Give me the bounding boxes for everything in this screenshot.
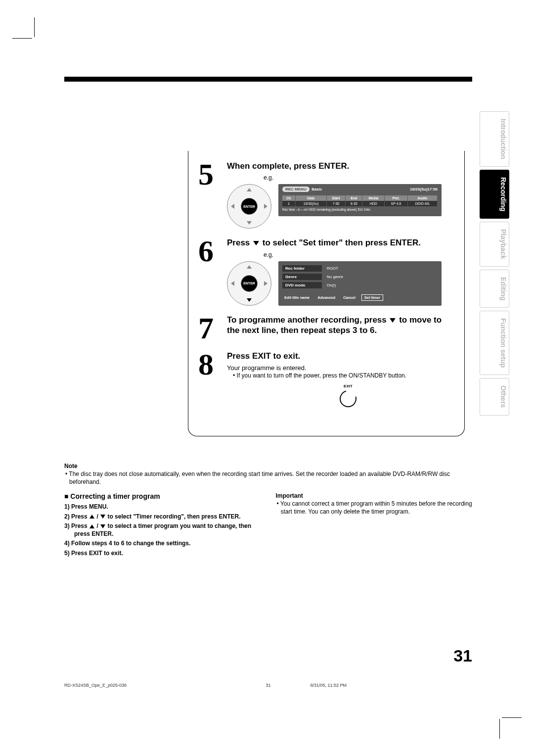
up-arrow-icon bbox=[89, 524, 94, 528]
correcting-step-3: 3) Press / to select a timer program you… bbox=[64, 522, 261, 538]
eg-label: e.g. bbox=[264, 174, 454, 181]
page-number: 31 bbox=[453, 646, 472, 665]
step-number: 7 bbox=[198, 315, 221, 342]
tab-others: Others bbox=[480, 378, 509, 415]
footer-file: RD-XS24SB_Ope_E_p025-036 bbox=[64, 683, 226, 688]
crop-mark bbox=[34, 17, 35, 37]
step-7: 7 To programme another recording, press … bbox=[198, 315, 454, 342]
tab-editing: Editing bbox=[480, 270, 509, 308]
step-8-text: Your programme is entered. bbox=[227, 364, 454, 373]
osd-datetime: 10/23(Su)17:50 bbox=[410, 187, 438, 191]
enter-button-icon: ENTER bbox=[241, 275, 258, 292]
osd-mode: Basic bbox=[312, 187, 322, 191]
crop-mark bbox=[12, 38, 32, 39]
page: Introduction Recording Playback Editing … bbox=[64, 77, 472, 670]
exit-label: EXIT bbox=[344, 384, 353, 388]
side-tabs: Introduction Recording Playback Editing … bbox=[480, 111, 509, 416]
note-body: • The disc tray does not close automatic… bbox=[64, 471, 472, 486]
tab-introduction: Introduction bbox=[480, 111, 509, 167]
important-heading: Important bbox=[276, 492, 473, 499]
important-body: • You cannot correct a timer program wit… bbox=[276, 500, 473, 516]
enter-pad-icon: ENTER bbox=[227, 184, 271, 229]
footer-page: 31 bbox=[226, 683, 311, 688]
correcting-step-2: 2) Press / to select "Timer recording", … bbox=[64, 513, 261, 521]
step-6: 6 Press to select "Set timer" then press… bbox=[198, 237, 454, 305]
down-arrow-icon bbox=[253, 241, 259, 245]
osd-table: ChDate StartEnd MediaPict. Audio 110/30(… bbox=[282, 195, 438, 206]
correcting-step-1: 1) Press MENU. bbox=[64, 503, 261, 511]
step-number: 6 bbox=[198, 237, 221, 305]
down-arrow-icon bbox=[100, 515, 105, 519]
osd-menu-label: REC MENU bbox=[282, 187, 310, 192]
exit-button-graphic: EXIT bbox=[242, 384, 454, 407]
step-number: 8 bbox=[198, 351, 221, 407]
note-heading: Note bbox=[64, 463, 472, 470]
step-7-title: To programme another recording, press to… bbox=[227, 315, 454, 336]
step-8-title: Press EXIT to exit. bbox=[227, 351, 454, 361]
step-5-title: When complete, press ENTER. bbox=[227, 161, 454, 171]
print-footer: RD-XS24SB_Ope_E_p025-036 31 8/31/05, 11:… bbox=[64, 683, 472, 688]
footer-date: 8/31/05, 11:52 PM bbox=[311, 683, 473, 688]
osd-rec-menu: REC MENU Basic 10/23(Su)17:50 ChDate Sta… bbox=[278, 184, 442, 216]
correcting-section: Correcting a timer program 1) Press MENU… bbox=[64, 492, 472, 560]
enter-button-icon: ENTER bbox=[241, 198, 258, 215]
up-arrow-icon bbox=[89, 515, 94, 519]
tab-playback: Playback bbox=[480, 222, 509, 267]
osd-footer: Rec time --h----m/ HDD remaining (exclud… bbox=[282, 208, 438, 211]
down-arrow-icon bbox=[100, 524, 105, 528]
set-timer-button: Set timer bbox=[361, 294, 383, 301]
correcting-step-4: 4) Follow steps 4 to 6 to change the set… bbox=[64, 540, 261, 548]
tab-recording: Recording bbox=[480, 170, 509, 219]
step-6-title: Press to select "Set timer" then press E… bbox=[227, 237, 454, 248]
eg-label: e.g. bbox=[264, 251, 454, 258]
down-arrow-icon bbox=[390, 318, 396, 323]
enter-pad-icon: ENTER bbox=[227, 261, 271, 306]
note-section: Note • The disc tray does not close auto… bbox=[64, 463, 472, 486]
correcting-step-5: 5) Press EXIT to exit. bbox=[64, 550, 261, 558]
step-number: 5 bbox=[198, 161, 221, 229]
exit-circle-icon bbox=[337, 387, 359, 410]
step-8: 8 Press EXIT to exit. Your programme is … bbox=[198, 351, 454, 407]
correcting-heading: Correcting a timer program bbox=[64, 492, 261, 500]
topbar bbox=[64, 77, 472, 82]
tab-function-setup: Function setup bbox=[480, 311, 509, 375]
crop-mark bbox=[502, 717, 522, 718]
osd-settings: Rec folderROOT GenreNo genre DVD modeOn(… bbox=[278, 261, 442, 306]
steps-box: 5 When complete, press ENTER. e.g. ENTER… bbox=[188, 151, 465, 436]
step-8-bullet: • If you want to turn off the power, pre… bbox=[233, 372, 454, 379]
crop-mark bbox=[499, 719, 500, 739]
step-5: 5 When complete, press ENTER. e.g. ENTER… bbox=[198, 161, 454, 229]
